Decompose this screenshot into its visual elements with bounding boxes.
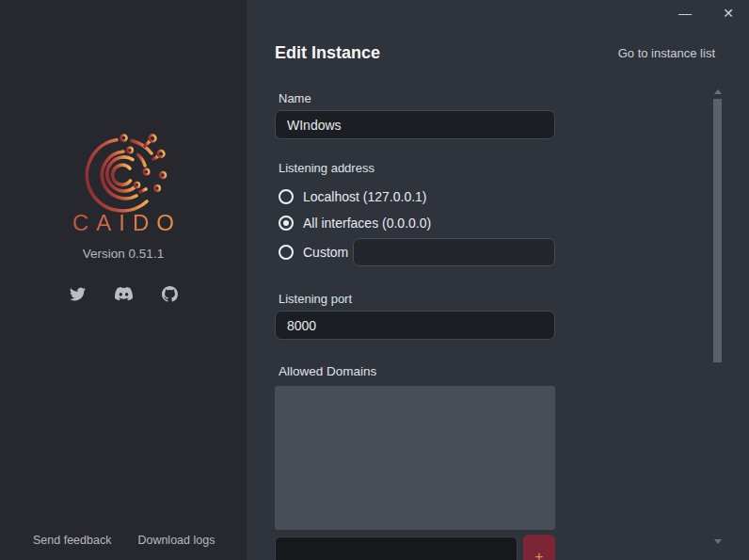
custom-address-input[interactable]	[353, 238, 555, 266]
name-input[interactable]	[275, 110, 555, 139]
caido-logo-icon	[78, 130, 168, 220]
scrollbar-thumb[interactable]	[713, 99, 722, 362]
add-domain-button[interactable]: +	[523, 535, 555, 560]
radio-localhost[interactable]: Localhost (127.0.0.1)	[279, 189, 427, 204]
social-links	[0, 286, 247, 302]
listening-address-label: Listening address	[279, 161, 374, 175]
radio-custom-label: Custom	[303, 245, 348, 260]
edit-instance-panel: Edit Instance Go to instance list Name L…	[247, 0, 749, 560]
github-icon[interactable]	[162, 286, 178, 302]
send-feedback-link[interactable]: Send feedback	[33, 534, 111, 547]
page-title: Edit Instance	[275, 43, 380, 63]
radio-custom[interactable]: Custom	[279, 245, 348, 260]
twitter-icon[interactable]	[70, 286, 86, 302]
go-to-instance-list-link[interactable]: Go to instance list	[618, 46, 715, 60]
radio-all-interfaces-label: All interfaces (0.0.0.0)	[303, 216, 431, 231]
plus-icon: +	[535, 548, 544, 560]
listening-port-input[interactable]	[275, 311, 555, 340]
listening-port-label: Listening port	[279, 292, 352, 306]
new-domain-input[interactable]	[275, 536, 518, 560]
download-logs-link[interactable]: Download logs	[137, 534, 215, 547]
allowed-domains-list[interactable]	[275, 386, 555, 530]
radio-localhost-circle[interactable]	[279, 189, 294, 204]
allowed-domains-label: Allowed Domains	[279, 364, 376, 378]
radio-all-interfaces[interactable]: All interfaces (0.0.0.0)	[279, 216, 431, 231]
radio-custom-circle[interactable]	[279, 245, 294, 260]
name-label: Name	[279, 91, 311, 105]
scroll-up-arrow-icon[interactable]	[714, 89, 722, 94]
sidebar-footer: Send feedback Download logs	[33, 534, 228, 547]
version-label: Version 0.51.1	[0, 247, 247, 261]
discord-icon[interactable]	[115, 287, 133, 301]
brand-wordmark: CAIDO	[0, 210, 247, 236]
radio-all-interfaces-circle[interactable]	[279, 216, 294, 231]
sidebar: CAIDO Version 0.51.1 Send feedback Downl…	[0, 0, 247, 560]
scroll-down-arrow-icon[interactable]	[714, 539, 722, 544]
scrollbar	[711, 85, 725, 551]
radio-localhost-label: Localhost (127.0.0.1)	[303, 189, 427, 204]
